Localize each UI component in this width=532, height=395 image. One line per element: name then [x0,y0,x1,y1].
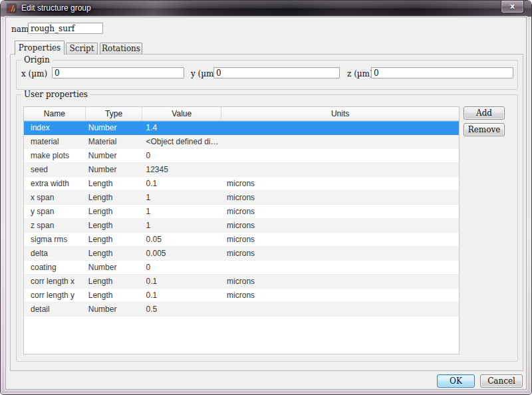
cell-type: Length [86,249,143,258]
origin-z-label: z (µm) [347,69,373,78]
cell-type: Length [86,277,143,286]
cell-value: 1 [142,207,221,216]
add-button[interactable]: Add [464,106,505,120]
cell-type: Number [86,151,143,160]
cell-name: material [24,137,86,146]
tab-properties[interactable]: Properties [15,41,65,55]
cell-value: <Object defined diel... [142,137,221,146]
user-properties-title: User properties [21,90,90,99]
ok-button[interactable]: OK [437,374,475,388]
cell-units: microns [221,249,459,258]
add-button-label: Add [476,108,492,118]
table-row[interactable]: y spanLength1microns [24,205,459,219]
cell-name: detail [24,305,86,314]
cell-value: 0.1 [142,277,221,286]
tab-rotations-label: Rotations [102,44,140,53]
cell-value: 0.5 [142,305,221,314]
cell-units: microns [221,235,459,244]
cell-name: coating [24,263,86,272]
cell-value: 0.1 [142,179,221,188]
table-row[interactable]: deltaLength0.005microns [24,247,459,261]
cell-name: make plots [24,151,86,160]
cell-value: 1.4 [142,123,221,132]
table-row[interactable]: sigma rmsLength0.05microns [24,233,459,247]
user-properties-groupbox: User properties Name Type Value Units in… [16,94,518,362]
table-row[interactable]: indexNumber1.4 [24,121,459,135]
origin-z-input[interactable] [371,67,513,78]
table-body: indexNumber1.4materialMaterial<Object de… [24,121,459,317]
column-header-type[interactable]: Type [86,107,143,120]
origin-title: Origin [21,55,53,65]
cell-name: z span [24,221,86,230]
cell-type: Length [86,193,143,202]
table-row[interactable]: corr length xLength0.1microns [24,275,459,289]
cell-type: Length [86,221,143,230]
tab-rotations[interactable]: Rotations [100,43,142,55]
cell-name: x span [24,193,86,202]
cell-units: microns [221,179,459,188]
cell-type: Length [86,179,143,188]
cell-type: Material [86,137,143,146]
cell-value: 0.05 [142,235,221,244]
cell-type: Number [86,263,143,272]
tab-script[interactable]: Script [66,43,98,55]
cell-type: Length [86,235,143,244]
close-icon: x [510,2,515,11]
cell-units: microns [221,277,459,286]
origin-y-input[interactable] [213,67,340,78]
cell-name: seed [24,165,86,174]
cell-name: y span [24,207,86,216]
column-header-name[interactable]: Name [24,107,86,120]
dialog-client-area: name Properties Script Rotations Origin … [5,17,527,390]
cell-name: extra width [24,179,86,188]
cell-value: 1 [142,193,221,202]
origin-x-label: x (µm) [21,69,47,78]
cancel-button-label: Cancel [487,376,515,386]
remove-button-label: Remove [468,125,501,134]
cell-value: 0 [142,151,221,160]
tab-properties-label: Properties [19,43,61,53]
cell-value: 1 [142,221,221,230]
cell-value: 0.005 [142,249,221,258]
cell-type: Number [86,165,143,174]
ok-button-label: OK [450,376,462,386]
table-row[interactable]: seedNumber12345 [24,163,459,177]
cell-name: corr length y [24,291,86,300]
title-bar[interactable]: Edit structure group x [1,1,531,17]
cell-name: index [24,123,86,132]
cell-name: sigma rms [24,235,86,244]
table-row[interactable]: z spanLength1microns [24,219,459,233]
cell-name: delta [24,249,86,258]
cell-type: Length [86,207,143,216]
column-header-units[interactable]: Units [221,107,459,120]
window-title: Edit structure group [21,3,91,13]
cancel-button[interactable]: Cancel [480,374,523,388]
table-row[interactable]: detailNumber0.5 [24,303,459,317]
cell-units: microns [221,193,459,202]
properties-table: Name Type Value Units indexNumber1.4mate… [23,106,460,354]
cell-units: microns [221,207,459,216]
cell-type: Number [86,305,143,314]
table-row[interactable]: corr length yLength0.1microns [24,289,459,303]
table-row[interactable]: coatingNumber0 [24,261,459,275]
properties-tab-pane: Origin x (µm) y (µm) z (µm) User propert… [10,54,523,371]
table-header[interactable]: Name Type Value Units [24,107,459,121]
origin-x-input[interactable] [52,67,184,78]
cell-type: Length [86,291,143,300]
column-header-value[interactable]: Value [142,107,221,120]
table-row[interactable]: materialMaterial<Object defined diel... [24,135,459,149]
table-row[interactable]: make plotsNumber0 [24,149,459,163]
cell-units: microns [221,291,459,300]
name-input[interactable] [28,23,103,34]
cell-value: 0.1 [142,291,221,300]
edit-structure-group-dialog: Edit structure group x name Properties S… [0,0,532,395]
app-icon [7,3,17,13]
close-button[interactable]: x [501,1,524,13]
table-row[interactable]: extra widthLength0.1microns [24,177,459,191]
table-row[interactable]: x spanLength1microns [24,191,459,205]
remove-button[interactable]: Remove [464,123,505,136]
cell-value: 12345 [142,165,221,174]
cell-units: microns [221,221,459,230]
origin-groupbox: Origin x (µm) y (µm) z (µm) [16,60,518,90]
cell-value: 0 [142,263,221,272]
